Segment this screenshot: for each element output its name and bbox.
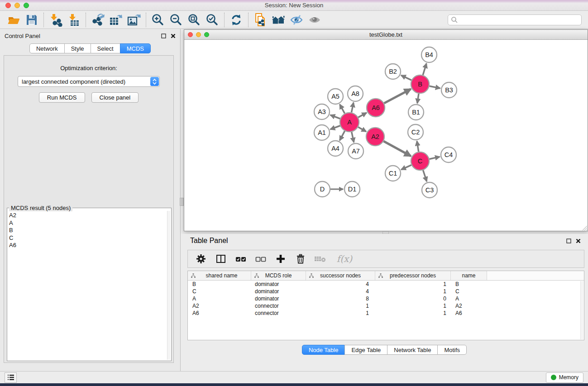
split-columns-icon [215,253,226,264]
table-panel-header: Table Panel [181,234,588,248]
zoom-in-button[interactable] [149,12,167,28]
graph-edge-A-A8[interactable] [351,103,354,113]
graph-edge-A6-B[interactable] [384,89,411,103]
graph-edge-A-A5[interactable] [340,105,345,114]
tab-style[interactable]: Style [64,43,91,53]
control-panel: Control Panel Network Style Select MCDS … [0,29,181,371]
zoom-out-button[interactable] [167,12,185,28]
node-table: shared name MCDS role successor nodes pr… [187,271,584,340]
close-panel-button[interactable]: Close panel [91,92,139,103]
network-canvas[interactable]: AA6A2BCA5A8A3A1A4A7B2B4B3B1C2C4C1C3DD1 [184,40,588,231]
graph-edge-A-A3[interactable] [330,115,340,119]
float-panel-icon[interactable] [566,238,571,243]
graph-edge-B-B4[interactable] [423,63,426,75]
graph-edge-C-C3[interactable] [423,170,427,181]
gear-icon [196,253,206,264]
column-header-name[interactable]: name [451,271,487,280]
graph-edge-A2-C[interactable] [383,141,411,156]
graph-edge-C-C2[interactable] [417,141,419,152]
run-mcds-button[interactable]: Run MCDS [39,92,85,103]
graph-edge-C-C4[interactable] [429,157,440,159]
refresh-button[interactable] [227,12,245,28]
select-all-button[interactable] [234,252,248,266]
list-item[interactable]: A2 [9,212,167,219]
table-row[interactable]: A2 connector 1 1 A2 [188,302,584,310]
toolbar-separator [224,13,225,27]
delete-table-button[interactable] [314,252,327,266]
column-header-predecessor-nodes[interactable]: predecessor nodes [375,271,451,280]
split-panel-button[interactable] [214,252,228,266]
import-table-button[interactable] [65,12,83,28]
task-history-button[interactable] [5,372,17,383]
show-graphics-details-button[interactable] [306,12,324,28]
zoom-fit-button[interactable] [185,12,203,28]
graph-node-label-A2: A2 [371,133,379,140]
app-titlebar: Session: New Session [0,0,588,11]
mcds-result-list[interactable]: A2 A B C A6 [9,212,167,360]
table-row[interactable]: A6 connector 1 1 A6 [188,310,584,317]
list-item[interactable]: A [9,219,167,227]
function-builder-button[interactable]: f(x) [334,252,355,266]
graph-edge-A-A1[interactable] [330,126,340,129]
graph-edge-B-B3[interactable] [430,86,440,88]
close-panel-icon[interactable] [576,238,581,243]
graph-edge-B-B1[interactable] [417,94,419,103]
toolbar-separator [146,13,146,27]
tab-motifs[interactable]: Motifs [437,345,467,355]
criterion-select[interactable]: largest connected component (directed) [18,76,160,87]
home-button[interactable] [269,12,287,28]
open-folder-icon [7,13,20,27]
tab-network[interactable]: Network [29,43,65,53]
table-scrollbar[interactable] [580,281,583,339]
search-input[interactable] [458,15,581,24]
export-network-button[interactable] [89,12,107,28]
graph-edge-A-A2[interactable] [358,127,366,132]
tab-node-table[interactable]: Node Table [302,345,345,355]
table-row[interactable]: C dominator 4 1 C [188,288,584,295]
memory-button[interactable]: Memory [546,372,583,383]
tab-network-table[interactable]: Network Table [387,345,438,355]
table-row[interactable]: B dominator 4 1 B [188,281,584,288]
list-item[interactable]: C [9,234,167,242]
list-item[interactable]: A6 [9,242,167,249]
tab-select[interactable]: Select [91,43,120,53]
desktop-wallpaper-strip [0,383,588,386]
tab-edge-table[interactable]: Edge Table [344,345,387,355]
graph-edge-C-C1[interactable] [401,165,411,170]
column-header-mcds-role[interactable]: MCDS role [251,271,306,280]
zoom-selected-button[interactable] [203,12,221,28]
search-icon [451,16,458,24]
open-file-button[interactable] [5,12,23,28]
network-file-button[interactable] [251,12,269,28]
graph-edge-A-A6[interactable] [358,113,367,117]
graph-edge-B-B2[interactable] [401,75,411,80]
create-column-button[interactable] [274,252,287,266]
float-panel-icon[interactable] [161,33,166,38]
save-session-button[interactable] [23,12,41,28]
resize-grip-icon[interactable] [581,224,587,230]
vertical-splitter-handle[interactable] [180,198,184,206]
list-item[interactable]: B [9,227,167,234]
column-header-successor-nodes[interactable]: successor nodes [306,271,375,280]
deselect-all-button[interactable] [254,252,268,266]
graph-node-label-A8: A8 [351,90,359,97]
graph-edge-A-A7[interactable] [352,132,354,142]
export-image-button[interactable] [125,12,143,28]
column-header-shared-name[interactable]: shared name [188,271,251,280]
network-file-icon [253,13,267,27]
table-settings-button[interactable] [194,252,208,266]
export-network-icon [91,13,105,27]
toolbar-separator [43,13,44,27]
import-network-button[interactable] [47,12,65,28]
network-graph[interactable]: AA6A2BCA5A8A3A1A4A7B2B4B3B1C2C4C1C3DD1 [184,40,588,231]
select-stepper-icon [150,77,159,86]
delete-column-button[interactable] [294,252,307,266]
tab-mcds[interactable]: MCDS [120,43,151,53]
optimization-criterion-label: Optimization criterion: [4,65,173,71]
result-scrollbar[interactable] [167,211,170,360]
export-table-button[interactable] [107,12,125,28]
close-panel-icon[interactable] [171,33,176,38]
graph-edge-A-A4[interactable] [339,131,344,140]
table-row[interactable]: A dominator 8 0 A [188,295,584,302]
hide-graphics-details-button[interactable] [287,12,306,28]
